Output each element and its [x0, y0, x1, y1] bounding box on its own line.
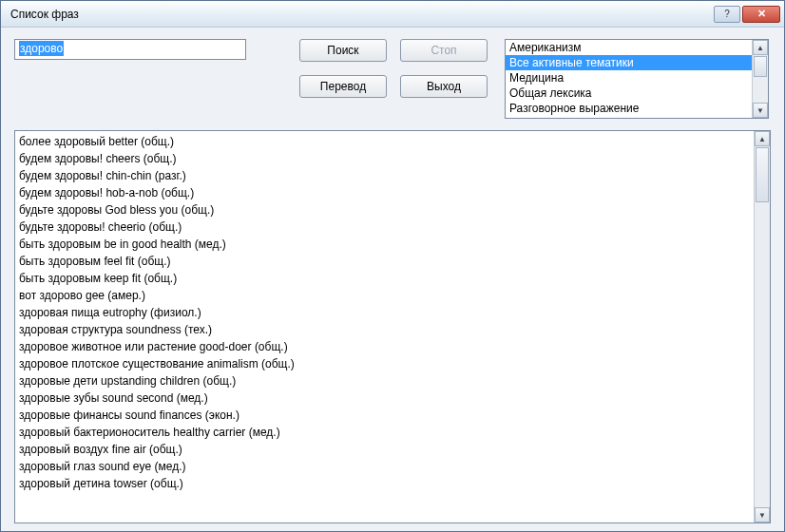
themes-column: АмериканизмВсе активные тематикиМедицина… [505, 39, 771, 119]
window-title: Список фраз [10, 8, 714, 21]
results-list[interactable]: более здоровый better (общ.)будем здоров… [15, 131, 754, 522]
scroll-up-icon[interactable]: ▲ [753, 40, 768, 55]
title-bar-buttons: ? ✕ [714, 6, 780, 23]
result-line[interactable]: вот здорово gee (амер.) [19, 287, 750, 304]
result-line[interactable]: будем здоровы! hob-a-nob (общ.) [19, 184, 750, 201]
result-line[interactable]: здоровые финансы sound finances (экон.) [19, 407, 750, 424]
theme-item[interactable]: Общая лексика [506, 86, 752, 101]
top-row: здорово Поиск Стоп Перевод Выход Америка… [14, 39, 771, 119]
scroll-thumb[interactable] [756, 147, 769, 202]
result-line[interactable]: здоровые зубы sound second (мед.) [19, 390, 750, 407]
themes-scrollbar[interactable]: ▲ ▼ [752, 40, 768, 118]
result-line[interactable]: здоровый воздух fine air (общ.) [19, 441, 750, 458]
scroll-up-icon[interactable]: ▲ [755, 131, 770, 146]
translate-button[interactable]: Перевод [299, 75, 387, 98]
result-line[interactable]: здоровое животное или растение good-doer… [19, 338, 750, 355]
exit-button[interactable]: Выход [400, 75, 488, 98]
title-bar: Список фраз ? ✕ [1, 1, 784, 28]
result-line[interactable]: быть здоровым be in good health (мед.) [19, 236, 750, 253]
result-line[interactable]: быть здоровым keep fit (общ.) [19, 270, 750, 287]
dialog-window: Список фраз ? ✕ здорово Поиск Стоп Перев… [0, 0, 785, 532]
result-line[interactable]: здоровый бактерионоситель healthy carrie… [19, 424, 750, 441]
scroll-down-icon[interactable]: ▼ [755, 507, 770, 522]
scroll-down-icon[interactable]: ▼ [753, 103, 768, 118]
result-line[interactable]: будем здоровы! cheers (общ.) [19, 150, 750, 167]
theme-item[interactable]: Все активные тематики [506, 55, 752, 70]
button-row-1: Поиск Стоп [299, 39, 488, 62]
close-button[interactable]: ✕ [742, 6, 780, 23]
result-line[interactable]: здоровое плотское существование animalis… [19, 355, 750, 372]
stop-button[interactable]: Стоп [400, 39, 488, 62]
theme-item[interactable]: Американизм [506, 40, 752, 55]
themes-items: АмериканизмВсе активные тематикиМедицина… [506, 40, 752, 116]
search-input-value: здорово [19, 41, 64, 56]
results-panel: более здоровый better (общ.)будем здоров… [14, 130, 771, 523]
theme-item[interactable]: Медицина [506, 70, 752, 86]
result-line[interactable]: здоровая пища eutrophy (физиол.) [19, 304, 750, 321]
result-line[interactable]: будем здоровы! chin-chin (разг.) [19, 167, 750, 184]
result-line[interactable]: более здоровый better (общ.) [19, 133, 750, 150]
result-line[interactable]: будьте здоровы! cheerio (общ.) [19, 218, 750, 236]
help-icon: ? [724, 9, 730, 19]
result-line[interactable]: здоровый глаз sound eye (мед.) [19, 458, 750, 475]
scroll-thumb[interactable] [754, 56, 767, 77]
search-column: здорово [14, 39, 246, 60]
close-icon: ✕ [757, 8, 766, 20]
buttons-column: Поиск Стоп Перевод Выход [299, 39, 488, 98]
dialog-content: здорово Поиск Стоп Перевод Выход Америка… [1, 28, 784, 531]
theme-item[interactable]: Разговорное выражение [506, 101, 752, 116]
result-line[interactable]: здоровый детина towser (общ.) [19, 475, 750, 492]
result-line[interactable]: быть здоровым feel fit (общ.) [19, 253, 750, 270]
results-scrollbar[interactable]: ▲ ▼ [754, 131, 770, 522]
result-line[interactable]: здоровая структура soundness (тех.) [19, 321, 750, 338]
search-input[interactable]: здорово [14, 39, 246, 60]
result-line[interactable]: здоровые дети upstanding children (общ.) [19, 372, 750, 390]
help-button[interactable]: ? [714, 6, 740, 23]
button-row-2: Перевод Выход [299, 75, 488, 98]
search-button[interactable]: Поиск [299, 39, 387, 62]
result-line[interactable]: будьте здоровы God bless you (общ.) [19, 201, 750, 218]
themes-listbox[interactable]: АмериканизмВсе активные тематикиМедицина… [505, 39, 769, 119]
